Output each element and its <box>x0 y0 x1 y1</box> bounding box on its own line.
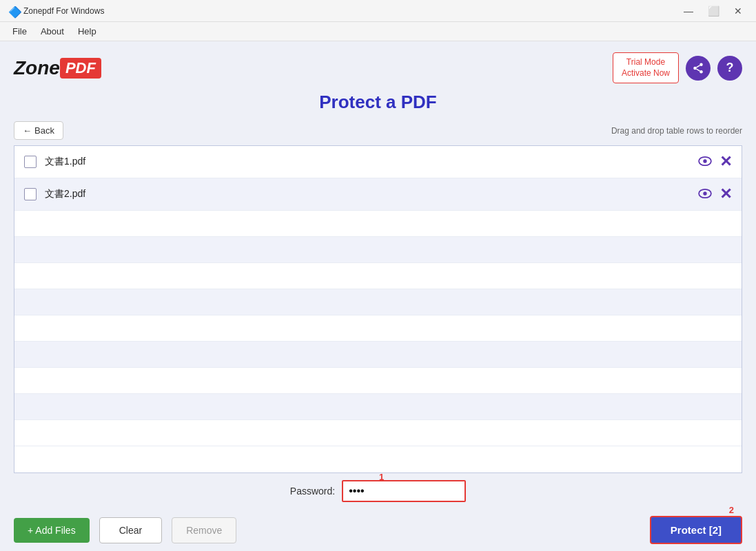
password-label: Password: <box>290 486 335 497</box>
back-arrow-icon: ← <box>23 125 32 136</box>
svg-point-8 <box>703 191 706 195</box>
close-button[interactable]: ✕ <box>728 4 748 18</box>
page-title: Protect a PDF <box>14 92 742 113</box>
svg-line-3 <box>696 69 699 71</box>
empty-row <box>14 342 742 368</box>
table-row: 文書1.pdf ✕ <box>14 146 742 178</box>
top-bar-right: Trial Mode Activate Now ? <box>613 52 742 83</box>
svg-point-2 <box>699 70 703 74</box>
file-table: 文書1.pdf ✕ 文書2.pdf <box>14 145 742 473</box>
empty-row <box>14 263 742 289</box>
app-area: Zone PDF Trial Mode Activate Now ? Pro <box>0 41 756 551</box>
add-files-button[interactable]: + Add Files <box>14 518 90 543</box>
protect-button[interactable]: 2 Protect [2] <box>650 516 742 544</box>
protect-step-number: 2 <box>729 505 734 515</box>
file-actions-1: ✕ <box>697 153 732 171</box>
password-input[interactable] <box>342 480 466 502</box>
share-button[interactable] <box>686 56 711 81</box>
empty-row <box>14 211 742 237</box>
file-checkbox-1[interactable] <box>24 156 37 168</box>
titlebar: 🔷 Zonepdf For Windows — ⬜ ✕ <box>0 0 756 22</box>
file-actions-2: ✕ <box>697 185 732 203</box>
titlebar-title: Zonepdf For Windows <box>23 6 679 16</box>
svg-point-6 <box>703 159 706 163</box>
password-row: 1 Password: <box>14 473 742 509</box>
table-row: 文書2.pdf ✕ <box>14 178 742 211</box>
back-button[interactable]: ← Back <box>14 121 63 140</box>
empty-row <box>14 394 742 420</box>
svg-line-4 <box>696 65 699 67</box>
logo: Zone PDF <box>14 57 101 79</box>
help-button[interactable]: ? <box>717 56 742 81</box>
view-icon-1[interactable] <box>697 154 713 170</box>
menu-file[interactable]: File <box>6 23 34 39</box>
bottom-bar: + Add Files Clear Remove 2 Protect [2] <box>0 509 756 551</box>
drag-hint: Drag and drop table rows to reorder <box>611 126 742 136</box>
remove-file-icon-2[interactable]: ✕ <box>719 185 732 203</box>
password-number-label: 1 <box>379 472 384 482</box>
share-icon <box>692 62 704 74</box>
file-checkbox-2[interactable] <box>24 188 37 200</box>
empty-row <box>14 289 742 315</box>
page-content: Protect a PDF ← Back Drag and drop table… <box>0 92 756 509</box>
empty-row <box>14 420 742 446</box>
svg-point-1 <box>693 66 697 70</box>
file-name-1: 文書1.pdf <box>45 156 697 168</box>
svg-point-0 <box>699 63 703 66</box>
remove-file-icon-1[interactable]: ✕ <box>719 153 732 171</box>
logo-zone: Zone <box>14 57 60 79</box>
empty-row <box>14 237 742 263</box>
window-controls: — ⬜ ✕ <box>679 4 748 18</box>
minimize-button[interactable]: — <box>679 4 698 18</box>
file-name-2: 文書2.pdf <box>45 188 697 200</box>
app-icon: 🔷 <box>8 6 19 17</box>
question-mark-icon: ? <box>726 61 734 75</box>
clear-button[interactable]: Clear <box>99 517 162 543</box>
logo-pdf: PDF <box>60 58 101 79</box>
menu-help[interactable]: Help <box>71 23 103 39</box>
menubar: File About Help <box>0 22 756 41</box>
menu-about[interactable]: About <box>34 23 71 39</box>
maximize-button[interactable]: ⬜ <box>704 4 723 18</box>
empty-row <box>14 315 742 342</box>
empty-row <box>14 368 742 394</box>
trial-mode-button[interactable]: Trial Mode Activate Now <box>613 52 679 83</box>
view-icon-2[interactable] <box>697 187 713 202</box>
remove-button[interactable]: Remove <box>172 517 236 543</box>
top-bar: Zone PDF Trial Mode Activate Now ? <box>0 41 756 92</box>
